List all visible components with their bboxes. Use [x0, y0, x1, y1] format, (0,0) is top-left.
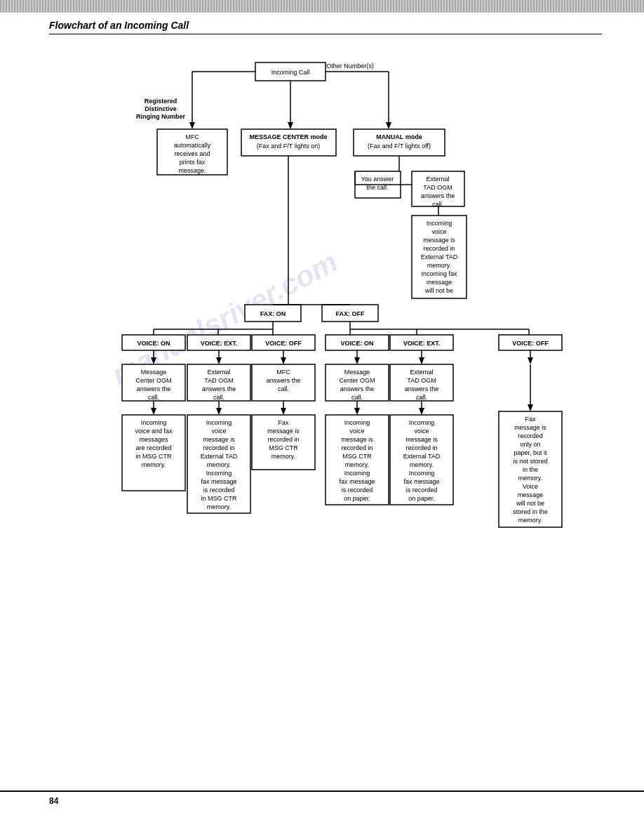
svg-text:message is: message is: [267, 428, 300, 435]
svg-text:is recorded: is recorded: [203, 486, 235, 494]
svg-text:FAX: ON: FAX: ON: [260, 310, 286, 317]
svg-text:on paper.: on paper.: [344, 495, 370, 502]
svg-text:answers the: answers the: [421, 192, 455, 199]
svg-text:memory.: memory.: [518, 517, 542, 524]
svg-text:Incoming: Incoming: [344, 419, 370, 426]
svg-text:Message: Message: [141, 369, 167, 376]
svg-text:TAD OGM: TAD OGM: [423, 184, 452, 191]
svg-text:call.: call.: [278, 385, 289, 392]
page-title: Flowchart of an Incoming Call: [49, 20, 602, 34]
svg-text:External: External: [410, 369, 433, 376]
svg-text:message.: message.: [178, 167, 206, 174]
flowchart-area: .svg-box { fill: white; stroke: black; s…: [49, 48, 602, 582]
svg-text:fax message: fax message: [201, 478, 236, 485]
svg-text:message is: message is: [405, 436, 438, 443]
svg-marker-13: [386, 122, 391, 129]
svg-text:receives and: receives and: [174, 150, 210, 157]
svg-text:MESSAGE CENTER mode: MESSAGE CENTER mode: [249, 133, 327, 140]
svg-text:memory.: memory.: [410, 461, 434, 468]
svg-marker-80: [354, 357, 360, 364]
svg-marker-84: [528, 357, 533, 364]
svg-text:prints fax: prints fax: [180, 159, 206, 166]
svg-text:is not stored: is not stored: [513, 458, 547, 465]
page-content: Flowchart of an Incoming Call .svg-box {…: [0, 20, 644, 582]
svg-text:TAD OGM: TAD OGM: [407, 377, 436, 384]
svg-marker-117: [354, 408, 360, 415]
svg-text:stored in the: stored in the: [513, 508, 548, 515]
svg-text:Incoming: Incoming: [409, 470, 435, 477]
svg-text:MFC: MFC: [276, 369, 290, 376]
svg-text:External TAD: External TAD: [421, 253, 458, 260]
registered-label: Registered: [145, 98, 177, 105]
svg-text:voice and fax: voice and fax: [135, 428, 173, 435]
svg-text:messages: messages: [139, 436, 168, 443]
svg-text:call.: call.: [213, 394, 224, 401]
svg-text:(Fax and F/T lights on): (Fax and F/T lights on): [257, 143, 320, 150]
svg-text:paper, but it: paper, but it: [514, 449, 547, 456]
svg-text:MFC: MFC: [185, 133, 199, 140]
svg-text:call.: call.: [416, 394, 427, 401]
svg-text:FAX: OFF: FAX: OFF: [336, 310, 365, 317]
svg-text:answers the: answers the: [137, 385, 171, 392]
svg-text:call.: call.: [351, 394, 363, 401]
svg-text:message: message: [518, 491, 544, 498]
svg-text:will not be: will not be: [424, 287, 453, 294]
svg-text:message is: message is: [514, 424, 546, 431]
svg-marker-78: [281, 357, 286, 364]
svg-marker-111: [151, 408, 156, 415]
svg-text:will not be: will not be: [516, 500, 544, 507]
svg-text:Voice: Voice: [523, 483, 538, 490]
svg-text:on paper.: on paper.: [408, 495, 435, 502]
svg-marker-115: [281, 408, 286, 415]
svg-text:voice: voice: [431, 228, 446, 235]
svg-text:voice: voice: [211, 428, 226, 435]
page-container: Flowchart of an Incoming Call .svg-box {…: [0, 0, 644, 834]
svg-text:automatically: automatically: [174, 142, 211, 149]
top-bar: [0, 0, 644, 13]
svg-text:memory.: memory.: [518, 475, 542, 482]
incoming-call-label: Incoming Call: [271, 69, 310, 76]
svg-text:External: External: [207, 369, 230, 376]
svg-text:message: message: [427, 279, 452, 286]
svg-marker-15: [288, 122, 293, 129]
svg-text:recorded in: recorded in: [267, 436, 299, 443]
svg-text:(Fax and F/T lights off): (Fax and F/T lights off): [368, 143, 431, 150]
svg-text:VOICE: EXT.: VOICE: EXT.: [201, 340, 238, 347]
svg-text:MSG CTR: MSG CTR: [269, 444, 298, 451]
svg-marker-113: [216, 408, 222, 415]
svg-text:voice: voice: [414, 428, 429, 435]
svg-text:TAD OGM: TAD OGM: [204, 377, 233, 384]
svg-text:Fax: Fax: [278, 419, 289, 426]
svg-text:answers the: answers the: [340, 385, 375, 392]
svg-marker-82: [419, 357, 424, 364]
svg-text:is recorded: is recorded: [406, 486, 438, 494]
svg-text:Fax: Fax: [525, 416, 536, 423]
page-number: 84: [49, 796, 58, 806]
svg-text:recorded in: recorded in: [405, 444, 437, 451]
svg-text:Message: Message: [344, 369, 370, 376]
registered-label3: Ringing Number: [136, 113, 185, 120]
bottom-bar: [0, 790, 644, 792]
svg-text:Incoming: Incoming: [206, 470, 232, 477]
svg-text:in MSG CTR: in MSG CTR: [201, 495, 237, 502]
svg-text:MANUAL mode: MANUAL mode: [376, 133, 422, 140]
svg-text:Center OGM: Center OGM: [135, 377, 171, 384]
svg-text:are recorded: are recorded: [135, 444, 171, 451]
svg-text:Incoming: Incoming: [141, 419, 167, 426]
svg-text:memory.: memory.: [345, 461, 369, 468]
svg-text:call.: call.: [148, 394, 159, 401]
other-numbers-label: Other Number(s): [326, 62, 374, 70]
svg-text:VOICE: EXT.: VOICE: EXT.: [403, 340, 441, 347]
svg-text:You answer: You answer: [361, 176, 394, 183]
svg-text:External TAD: External TAD: [201, 453, 238, 460]
svg-text:in the: in the: [523, 466, 538, 473]
svg-text:recorded in: recorded in: [423, 245, 455, 252]
svg-text:in MSG CTR: in MSG CTR: [135, 453, 172, 460]
svg-text:recorded in: recorded in: [203, 444, 234, 451]
svg-text:voice: voice: [349, 428, 364, 435]
svg-text:memory.: memory.: [271, 453, 295, 460]
svg-text:message is: message is: [423, 237, 455, 244]
svg-text:Incoming: Incoming: [206, 419, 232, 426]
svg-text:is recorded: is recorded: [342, 486, 373, 494]
svg-text:MSG CTR: MSG CTR: [342, 453, 372, 460]
